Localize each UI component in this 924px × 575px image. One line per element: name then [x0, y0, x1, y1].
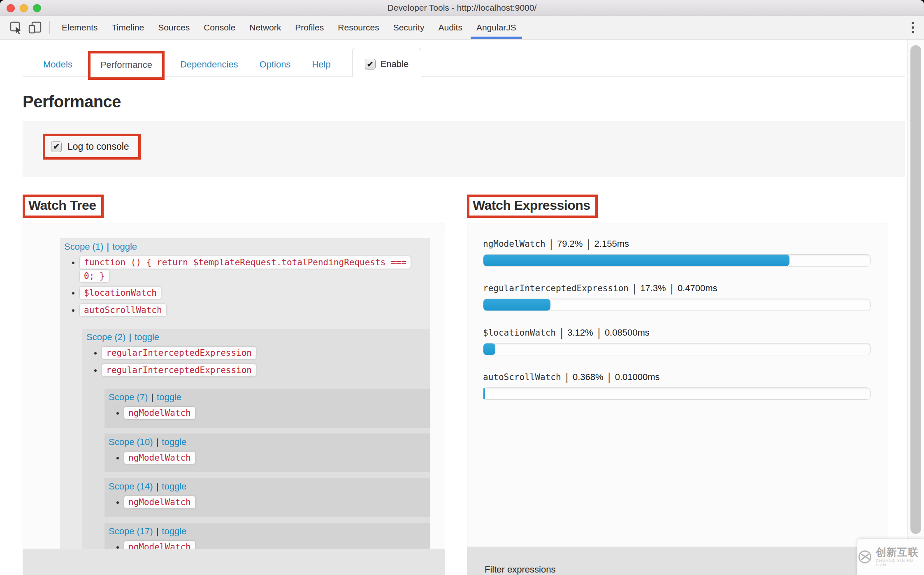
watch-tree-panel: Scope (1)|togglefunction () { return $te…	[23, 223, 445, 575]
expression-label-row: $locationWatch|3.12%|0.08500ms	[483, 327, 871, 339]
watcher-list: function () { return $templateRequest.to…	[60, 256, 430, 317]
scope-separator: |	[156, 437, 159, 447]
scope-link[interactable]: Scope (10)	[109, 437, 153, 447]
watch-expressions-heading: Watch Expressions	[473, 198, 590, 213]
label-divider: |	[560, 326, 563, 339]
watch-tree-root: Scope (1)|togglefunction () { return $te…	[23, 223, 445, 575]
scope-toggle-link[interactable]: toggle	[162, 526, 186, 536]
expression-entry: regularInterceptedExpression|17.3%|0.470…	[483, 283, 871, 311]
devtools-tab-profiles[interactable]: Profiles	[288, 16, 331, 39]
devtools-tab-security[interactable]: Security	[386, 16, 432, 39]
scope-node: Scope (2)|toggleregularInterceptedExpres…	[82, 329, 430, 575]
scope-link[interactable]: Scope (14)	[109, 481, 153, 492]
scope-toggle-link[interactable]: toggle	[162, 481, 186, 492]
subtab-dependencies[interactable]: Dependencies	[175, 53, 243, 77]
watch-tree-heading: Watch Tree	[28, 198, 96, 213]
scope-link[interactable]: Scope (1)	[64, 241, 103, 252]
label-divider: |	[633, 282, 636, 295]
scope-toggle-link[interactable]: toggle	[135, 332, 159, 342]
scope-separator: |	[129, 332, 131, 342]
watch-expressions-list: ngModelWatch|79.2%|2.155msregularInterce…	[467, 223, 887, 400]
devtools-tab-angularjs[interactable]: AngularJS	[469, 16, 523, 39]
annotation-box-watch-expressions: Watch Expressions	[467, 195, 598, 218]
watcher-expression: regularInterceptedExpression	[102, 347, 256, 359]
scope-node: Scope (14)|togglengModelWatch	[104, 478, 430, 517]
subtab-help[interactable]: Help	[307, 53, 335, 77]
devtools-tab-console[interactable]: Console	[197, 16, 242, 39]
expression-time: 0.01000ms	[615, 372, 660, 383]
devtools-tab-timeline[interactable]: Timeline	[105, 16, 151, 39]
vertical-scrollbar[interactable]	[907, 39, 924, 575]
watcher-expression: ngModelWatch	[124, 452, 195, 464]
watcher-item: regularInterceptedExpression	[102, 346, 430, 360]
scrollbar-thumb[interactable]	[910, 45, 921, 534]
label-divider: |	[587, 237, 590, 250]
label-divider: |	[671, 282, 673, 295]
scope-toggle-link[interactable]: toggle	[162, 437, 186, 447]
watcher-expression: autoScrollWatch	[80, 304, 166, 316]
overflow-menu-icon[interactable]	[910, 20, 916, 35]
scope-header: Scope (7)|toggle	[104, 392, 430, 403]
scope-node: Scope (10)|togglengModelWatch	[104, 434, 430, 473]
watermark: 创新互联 CHUANG XIN HU LIAN	[857, 539, 924, 575]
expression-percent: 3.12%	[567, 327, 593, 338]
scope-toggle-link[interactable]: toggle	[157, 392, 181, 402]
watcher-expression: function () { return $templateRequest.to…	[80, 256, 411, 282]
scope-header: Scope (10)|toggle	[104, 437, 430, 447]
watcher-item: autoScrollWatch	[80, 304, 409, 317]
watcher-expression: regularInterceptedExpression	[102, 364, 256, 376]
scope-node: Scope (7)|togglengModelWatch	[104, 389, 430, 428]
expression-bar-fill	[483, 299, 550, 311]
watermark-logo-icon	[857, 549, 873, 565]
scope-toggle-link[interactable]: toggle	[112, 241, 137, 252]
scope-separator: |	[156, 526, 159, 536]
angularjs-subtabs: Models Performance Dependencies Options …	[23, 40, 905, 77]
scope-link[interactable]: Scope (2)	[86, 332, 125, 342]
enable-checkbox[interactable]	[365, 59, 376, 70]
devtools-tab-network[interactable]: Network	[242, 16, 288, 39]
expression-bar-fill	[483, 388, 485, 399]
watcher-list: regularInterceptedExpressionregularInter…	[82, 346, 430, 377]
expression-percent: 79.2%	[557, 239, 583, 249]
annotation-box-watch-tree: Watch Tree	[23, 195, 104, 218]
scope-link[interactable]: Scope (7)	[109, 392, 148, 402]
watcher-item: function () { return $templateRequest.to…	[80, 256, 409, 283]
watcher-item: ngModelWatch	[124, 451, 430, 465]
log-to-console-checkbox[interactable]	[51, 141, 62, 152]
watcher-item: regularInterceptedExpression	[102, 364, 430, 377]
options-well: Log to console	[23, 121, 905, 177]
devtools-tab-sources[interactable]: Sources	[151, 16, 197, 39]
subtab-models[interactable]: Models	[38, 53, 77, 77]
watcher-item: ngModelWatch	[124, 496, 430, 509]
subtab-performance-active[interactable]: Performance	[91, 53, 162, 77]
label-divider: |	[608, 371, 611, 384]
scope-header: Scope (2)|toggle	[82, 332, 430, 343]
scope-separator: |	[151, 392, 153, 402]
devtools-tab-resources[interactable]: Resources	[331, 16, 386, 39]
expression-percent: 17.3%	[640, 283, 666, 294]
page-title: Performance	[23, 93, 905, 111]
watcher-item: $locationWatch	[80, 286, 409, 300]
expression-bar-track	[483, 299, 871, 311]
subtab-options[interactable]: Options	[255, 53, 296, 77]
watcher-expression: ngModelWatch	[124, 496, 195, 508]
scope-link[interactable]: Scope (17)	[109, 526, 153, 536]
expression-name: autoScrollWatch	[483, 372, 561, 382]
expression-name: $locationWatch	[483, 328, 556, 338]
window-title: Developer Tools - http://localhost:9000/	[0, 3, 924, 13]
label-divider: |	[598, 326, 600, 339]
log-to-console-label: Log to console	[67, 141, 129, 152]
watcher-item: ngModelWatch	[124, 406, 430, 420]
scope-children: Scope (2)|toggleregularInterceptedExpres…	[82, 320, 430, 575]
devtools-tab-audits[interactable]: Audits	[432, 16, 469, 39]
watermark-brand-sub: CHUANG XIN HU LIAN	[876, 559, 924, 567]
watcher-expression: ngModelWatch	[124, 407, 195, 419]
expression-entry: autoScrollWatch|0.368%|0.01000ms	[483, 371, 871, 400]
devtools-tab-elements[interactable]: Elements	[55, 16, 105, 39]
subtab-enable[interactable]: Enable	[352, 48, 422, 77]
titlebar: Developer Tools - http://localhost:9000/	[0, 0, 924, 16]
device-toolbar-icon[interactable]	[28, 21, 42, 35]
inspect-element-icon[interactable]	[9, 21, 23, 35]
expression-bar-fill	[483, 255, 789, 266]
expression-label-row: regularInterceptedExpression|17.3%|0.470…	[483, 283, 871, 294]
